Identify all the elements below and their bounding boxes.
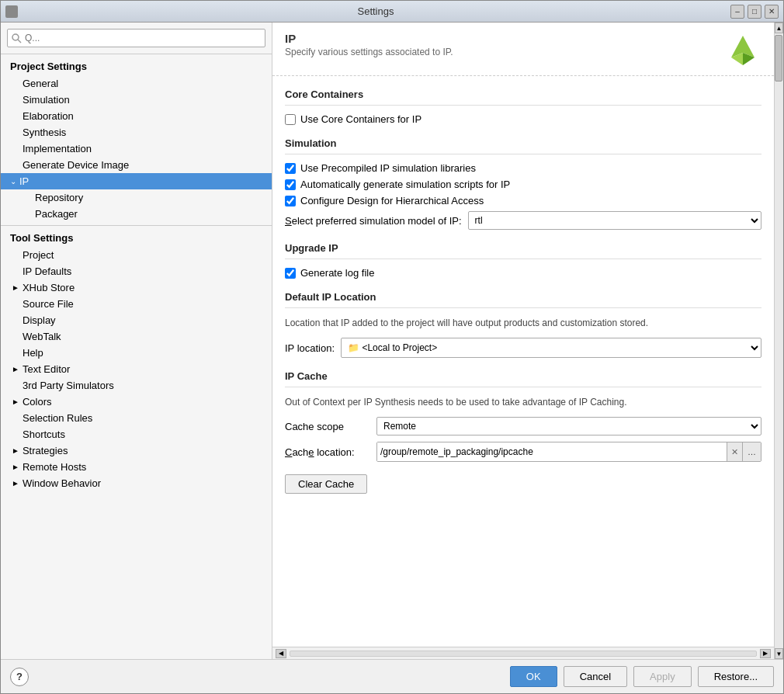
auto-generate-scripts-checkbox[interactable] [285, 179, 296, 190]
scroll-down-button[interactable]: ▼ [775, 648, 783, 659]
window-title: Settings [21, 5, 730, 17]
nav-tree: Project Settings General Simulation Elab… [1, 54, 272, 659]
ip-location-select[interactable]: 📁 <Local to Project> [341, 338, 761, 358]
cache-location-row: Cache location: ✕ … [285, 442, 761, 462]
configure-design-row: Configure Design for Hierarchical Access [285, 195, 761, 206]
generate-log-row: Generate log file [285, 267, 761, 279]
sidebar: Project Settings General Simulation Elab… [1, 23, 272, 659]
ip-location-label: IP location: [285, 342, 335, 354]
help-button[interactable]: ? [10, 668, 29, 686]
footer: ? OK Cancel Apply Restore... [1, 659, 783, 693]
sidebar-item-ip-label: IP [19, 175, 29, 187]
minimize-button[interactable]: – [730, 5, 744, 19]
precompiled-ip-checkbox[interactable] [285, 163, 296, 174]
generate-log-label: Generate log file [300, 267, 374, 279]
maximize-button[interactable]: □ [748, 5, 761, 19]
preferred-model-label: Select preferred simulation model of IP: [285, 215, 462, 227]
search-input[interactable] [7, 29, 265, 47]
upgrade-ip-title: Upgrade IP [285, 242, 761, 259]
configure-design-label: Configure Design for Hierarchical Access [300, 195, 484, 206]
sidebar-item-project[interactable]: Project [1, 247, 272, 263]
search-bar [1, 23, 272, 54]
precompiled-ip-label: Use Precompiled IP simulation libraries [300, 162, 476, 174]
panel-body: Core Containers Use Core Containers for … [272, 76, 774, 647]
clear-cache-button[interactable]: Clear Cache [285, 474, 367, 494]
sidebar-item-help[interactable]: Help [1, 345, 272, 361]
settings-divider [1, 225, 272, 226]
sidebar-item-generate-device-image[interactable]: Generate Device Image [1, 157, 272, 173]
preferred-model-select[interactable]: rtl structural behavioral [468, 211, 761, 230]
ip-cache-desc: Out of Context per IP Synthesis needs to… [285, 395, 761, 409]
generate-log-checkbox[interactable] [285, 268, 296, 279]
sidebar-item-general[interactable]: General [1, 75, 272, 92]
sidebar-item-webtalk[interactable]: WebTalk [1, 328, 272, 345]
sidebar-item-strategies[interactable]: ► Strategies [1, 442, 272, 459]
sidebar-item-display[interactable]: Display [1, 312, 272, 328]
ok-button[interactable]: OK [510, 666, 557, 687]
cache-location-clear-button[interactable]: ✕ [727, 442, 742, 461]
sidebar-item-packager[interactable]: Packager [1, 206, 272, 222]
scroll-left-button[interactable]: ◀ [276, 649, 286, 658]
apply-button[interactable]: Apply [633, 666, 692, 687]
cache-location-input[interactable] [377, 442, 727, 461]
cache-location-label: Cache location: [285, 446, 370, 458]
title-bar: Settings – □ ✕ [1, 1, 783, 23]
project-settings-header: Project Settings [1, 57, 272, 75]
footer-left: ? [10, 668, 29, 686]
remote-hosts-arrow-icon: ► [12, 463, 19, 471]
default-ip-location-section: Default IP Location Location that IP add… [285, 291, 761, 358]
ip-cache-title: IP Cache [285, 370, 761, 387]
close-button[interactable]: ✕ [765, 5, 779, 19]
core-containers-section: Core Containers Use Core Containers for … [285, 88, 761, 125]
window-behavior-arrow-icon: ► [12, 479, 19, 488]
sidebar-item-ip[interactable]: ⌄ IP [1, 173, 272, 189]
sidebar-item-selection-rules[interactable]: Selection Rules [1, 410, 272, 426]
precompiled-ip-row: Use Precompiled IP simulation libraries [285, 162, 761, 174]
scroll-right-button[interactable]: ▶ [760, 649, 771, 658]
cache-location-browse-button[interactable]: … [742, 442, 761, 461]
core-containers-title: Core Containers [285, 88, 761, 106]
use-core-containers-label: Use Core Containers for IP [300, 113, 421, 125]
main-content: Project Settings General Simulation Elab… [1, 23, 783, 659]
cache-scope-select[interactable]: Remote Local None [376, 417, 761, 435]
configure-design-checkbox[interactable] [285, 196, 296, 206]
sidebar-item-ip-defaults[interactable]: IP Defaults [1, 263, 272, 279]
right-panel: IP Specify various settings associated t… [272, 23, 774, 659]
sidebar-item-elaboration[interactable]: Elaboration [1, 108, 272, 124]
restore-button[interactable]: Restore... [698, 666, 774, 687]
sidebar-item-repository[interactable]: Repository [1, 189, 272, 206]
scroll-thumb-track [775, 33, 783, 648]
panel-title: IP [285, 32, 453, 45]
text-editor-arrow-icon: ► [12, 365, 19, 373]
ip-cache-section: IP Cache Out of Context per IP Synthesis… [285, 370, 761, 494]
sidebar-item-source-file[interactable]: Source File [1, 296, 272, 312]
sidebar-item-window-behavior-label: Window Behavior [23, 477, 101, 489]
use-core-containers-checkbox[interactable] [285, 114, 296, 125]
tool-settings-header: Tool Settings [1, 229, 272, 247]
sidebar-item-remote-hosts[interactable]: ► Remote Hosts [1, 459, 272, 475]
window-icon [5, 5, 18, 18]
auto-generate-scripts-row: Automatically generate simulation script… [285, 179, 761, 190]
cancel-button[interactable]: Cancel [564, 666, 627, 687]
sidebar-item-colors[interactable]: ► Colors [1, 394, 272, 410]
sidebar-item-simulation[interactable]: Simulation [1, 92, 272, 108]
cache-location-input-group: ✕ … [376, 442, 761, 462]
preferred-model-row: Select preferred simulation model of IP:… [285, 211, 761, 230]
sidebar-item-3rd-party-simulators[interactable]: 3rd Party Simulators [1, 377, 272, 394]
sidebar-item-shortcuts[interactable]: Shortcuts [1, 426, 272, 442]
ip-location-row: IP location: 📁 <Local to Project> [285, 338, 761, 358]
upgrade-ip-section: Upgrade IP Generate log file [285, 242, 761, 279]
scroll-thumb[interactable] [775, 35, 782, 82]
auto-generate-scripts-label: Automatically generate simulation script… [300, 179, 510, 190]
sidebar-item-window-behavior[interactable]: ► Window Behavior [1, 475, 272, 491]
use-core-containers-row: Use Core Containers for IP [285, 113, 761, 125]
simulation-section: Simulation Use Precompiled IP simulation… [285, 137, 761, 230]
sidebar-item-text-editor[interactable]: ► Text Editor [1, 361, 272, 377]
sidebar-item-implementation[interactable]: Implementation [1, 141, 272, 157]
scroll-up-button[interactable]: ▲ [775, 23, 783, 33]
scroll-track[interactable] [290, 651, 757, 657]
sidebar-item-colors-label: Colors [23, 396, 52, 408]
colors-arrow-icon: ► [12, 397, 19, 406]
sidebar-item-xhub-store[interactable]: ► XHub Store [1, 279, 272, 296]
sidebar-item-synthesis[interactable]: Synthesis [1, 124, 272, 141]
